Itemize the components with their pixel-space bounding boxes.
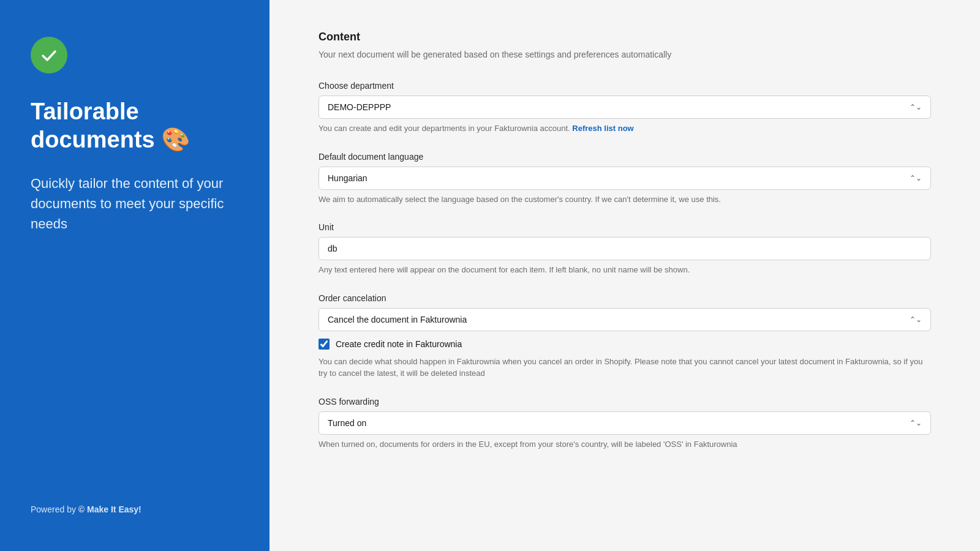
footer: Powered by © Make It Easy! [31,504,239,514]
left-panel: Tailorable documents 🎨 Quickly tailor th… [0,0,270,551]
oss-select-wrapper: Turned on Turned off ⌃⌄ [318,411,931,435]
unit-input-wrapper [318,237,931,260]
language-select-wrapper: Hungarian English German French Polish ⌃… [318,167,931,190]
oss-field: OSS forwarding Turned on Turned off ⌃⌄ W… [318,397,931,451]
unit-hint: Any text entered here will appear on the… [318,264,931,276]
order-cancellation-select[interactable]: Cancel the document in Fakturownia Do no… [319,309,930,331]
order-cancellation-select-wrapper: Cancel the document in Fakturownia Do no… [318,308,931,331]
language-hint: We aim to automatically select the langu… [318,193,931,206]
department-hint-text: You can create and edit your departments… [318,124,572,133]
department-select-wrapper: DEMO-DEPPPP ⌃⌄ [318,96,931,119]
order-cancellation-field: Order cancelation Cancel the document in… [318,293,931,380]
section-title: Content [318,31,931,43]
department-label: Choose department [318,81,931,91]
unit-field: Unit Any text entered here will appear o… [318,222,931,276]
credit-note-checkbox-row: Create credit note in Fakturownia [318,339,931,350]
hero-subtitle: Quickly tailor the content of your docum… [31,173,239,234]
oss-select[interactable]: Turned on Turned off [319,412,930,434]
department-hint: You can create and edit your departments… [318,122,931,135]
unit-label: Unit [318,222,931,232]
section-desc: Your next document will be generated bas… [318,48,931,61]
department-field: Choose department DEMO-DEPPPP ⌃⌄ You can… [318,81,931,135]
language-select[interactable]: Hungarian English German French Polish [319,167,930,189]
department-select[interactable]: DEMO-DEPPPP [319,96,930,118]
refresh-link[interactable]: Refresh list now [572,124,633,133]
language-label: Default document language [318,152,931,162]
credit-note-label[interactable]: Create credit note in Fakturownia [336,339,462,349]
order-cancellation-hint: You can decide what should happen in Fak… [318,356,931,380]
order-cancellation-label: Order cancelation [318,293,931,303]
footer-text: Powered by [31,504,78,514]
success-icon [31,37,67,73]
right-panel: Content Your next document will be gener… [270,0,980,551]
hero-title: Tailorable documents 🎨 [31,98,239,154]
credit-note-checkbox[interactable] [318,339,330,350]
unit-input[interactable] [319,238,930,260]
content-section: Content Your next document will be gener… [318,31,931,61]
oss-hint: When turned on, documents for orders in … [318,438,931,451]
oss-label: OSS forwarding [318,397,931,407]
footer-brand: © Make It Easy! [78,504,141,514]
language-field: Default document language Hungarian Engl… [318,152,931,206]
